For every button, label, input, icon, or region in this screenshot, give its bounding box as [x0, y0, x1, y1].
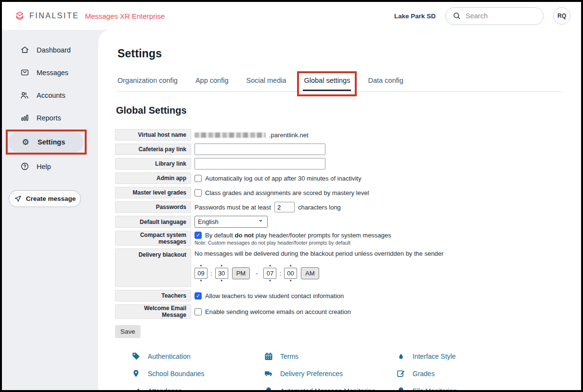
teachers-checkbox[interactable]	[194, 292, 202, 300]
library-link-input[interactable]	[194, 158, 325, 170]
tab-organization-config[interactable]: Organization config	[117, 77, 178, 84]
link-delivery-preferences[interactable]: Delivery Preferences	[263, 368, 396, 379]
start-minute-spinner: ▲ 30 ▼	[215, 264, 228, 282]
link-label: Attendance	[148, 387, 182, 392]
password-length-input[interactable]	[274, 202, 295, 212]
calendar-icon	[263, 351, 273, 361]
passwords-text-before: Passwords must be at least	[194, 204, 271, 211]
page-title: Settings	[117, 47, 562, 60]
time-colon: :	[279, 270, 281, 277]
admin-app-checkbox[interactable]	[194, 175, 202, 182]
end-minute-value[interactable]: 00	[284, 268, 297, 279]
link-file-monitoring[interactable]: File Monitoring	[396, 386, 539, 392]
admin-app-checkbox-label: Automatically log out of app after 30 mi…	[205, 175, 361, 182]
sidebar-item-dashboard[interactable]: Dashboard	[2, 39, 98, 61]
search-box[interactable]	[445, 7, 544, 25]
sidebar-item-settings[interactable]: ⚙ Settings	[9, 131, 84, 153]
tabs: Organization config App config Social me…	[117, 77, 562, 92]
save-button[interactable]: Save	[115, 325, 141, 338]
top-bar: FINALSITE Messages XR Enterprise Lake Pa…	[2, 2, 581, 30]
start-hour-spinner: ▲ 09 ▼	[194, 264, 207, 282]
home-icon	[20, 45, 29, 55]
link-label: File Monitoring	[413, 387, 457, 392]
tab-social-media[interactable]: Social media	[246, 77, 286, 84]
spinner-down-icon[interactable]: ▼	[269, 279, 272, 283]
settings-links: Authentication Terms Interface Style Sch…	[131, 351, 562, 392]
time-colon: :	[210, 270, 212, 277]
tab-data-config[interactable]: Data config	[368, 77, 403, 84]
spinner-down-icon[interactable]: ▼	[199, 279, 202, 283]
field-label-compact-system-messages: Compact system messages	[115, 231, 191, 246]
spinner-up-icon[interactable]: ▲	[269, 264, 272, 267]
finalsite-logo-icon	[14, 11, 25, 21]
avatar[interactable]: RQ	[553, 7, 570, 25]
master-level-grades-checkbox[interactable]	[194, 189, 202, 196]
tab-global-settings-label: Global settings	[304, 77, 350, 84]
sidebar-item-accounts[interactable]: Accounts	[2, 84, 98, 106]
field-label-master-level-grades: Master level grades	[115, 187, 191, 198]
delivery-blackout-description: No messages will be delivered during the…	[194, 250, 443, 257]
virtual-host-suffix: .parentlink.net	[269, 131, 309, 139]
welcome-email-checkbox[interactable]	[194, 308, 202, 315]
sidebar-item-messages[interactable]: Messages	[2, 61, 98, 84]
sidebar: Dashboard Messages Accounts	[2, 30, 98, 390]
link-label: Authentication	[148, 353, 191, 360]
link-terms[interactable]: Terms	[263, 351, 396, 361]
sidebar-item-label: Dashboard	[37, 46, 71, 54]
field-label-delivery-blackout: Delivery blackout	[115, 248, 191, 287]
field-label-admin-app: Admin app	[115, 172, 191, 184]
organization-name: Lake Park SD	[394, 13, 436, 20]
cafeteria-pay-link-input[interactable]	[194, 144, 325, 155]
droplet-icon	[396, 351, 406, 361]
start-hour-value[interactable]: 09	[194, 268, 207, 279]
link-attendance[interactable]: Attendance	[131, 386, 263, 392]
truck-icon	[263, 368, 273, 379]
spinner-down-icon[interactable]: ▼	[289, 279, 292, 283]
product-name: Messages XR Enterprise	[85, 12, 165, 20]
default-language-select[interactable]: English	[194, 216, 268, 228]
sidebar-item-label: Accounts	[37, 91, 65, 99]
link-grades[interactable]: Grades	[396, 368, 539, 379]
sidebar-item-reports[interactable]: Reports	[2, 106, 98, 129]
link-automated-message-monitoring[interactable]: Automated Message Monitoring	[263, 386, 396, 392]
spinner-up-icon[interactable]: ▲	[220, 264, 223, 267]
spinner-up-icon[interactable]: ▲	[199, 264, 202, 267]
active-tab-underline	[303, 90, 351, 91]
app-root: { "topbar": { "brand": "FINALSITE", "pro…	[0, 0, 583, 392]
link-label: Grades	[413, 370, 435, 378]
start-minute-value[interactable]: 30	[215, 268, 228, 279]
link-authentication[interactable]: Authentication	[131, 351, 263, 361]
annotation-box-settings: ⚙ Settings	[6, 130, 87, 155]
tab-global-settings[interactable]: Global settings	[304, 77, 350, 84]
tab-app-config[interactable]: App config	[195, 77, 229, 84]
gear-icon: ⚙	[21, 137, 30, 147]
compact-system-messages-checkbox[interactable]	[194, 232, 202, 239]
field-label-teachers: Teachers	[115, 290, 191, 301]
search-input[interactable]	[466, 12, 528, 20]
bell-icon	[396, 386, 406, 392]
finalsite-logo[interactable]: FINALSITE	[14, 11, 79, 21]
link-label: Delivery Preferences	[280, 370, 343, 378]
link-label: Interface Style	[413, 353, 456, 360]
spinner-down-icon[interactable]: ▼	[220, 279, 223, 283]
virtual-host-redacted-value	[194, 132, 266, 138]
create-message-button[interactable]: Create message	[9, 190, 81, 207]
link-label: Terms	[280, 353, 298, 360]
link-interface-style[interactable]: Interface Style	[396, 351, 539, 361]
spinner-up-icon[interactable]: ▲	[289, 264, 292, 267]
help-icon	[20, 162, 29, 171]
field-label-library-link: Library link	[115, 158, 191, 170]
field-label-cafeteria-pay-link: Cafeteria pay link	[115, 144, 191, 155]
bell-icon	[263, 386, 273, 392]
end-hour-spinner: ▲ 07 ▼	[263, 264, 276, 282]
end-minute-spinner: ▲ 00 ▼	[284, 264, 297, 282]
field-label-default-language: Default language	[115, 216, 191, 228]
start-ampm-button[interactable]: PM	[232, 267, 250, 279]
end-hour-value[interactable]: 07	[263, 268, 276, 279]
sidebar-item-label: Settings	[38, 138, 65, 146]
end-ampm-button[interactable]: AM	[301, 267, 319, 279]
compact-system-messages-checkbox-label: By default do not play header/footer pro…	[205, 232, 391, 239]
link-school-boundaries[interactable]: School Boundaries	[131, 368, 263, 379]
envelope-icon	[20, 68, 29, 78]
sidebar-item-help[interactable]: Help	[2, 155, 98, 178]
